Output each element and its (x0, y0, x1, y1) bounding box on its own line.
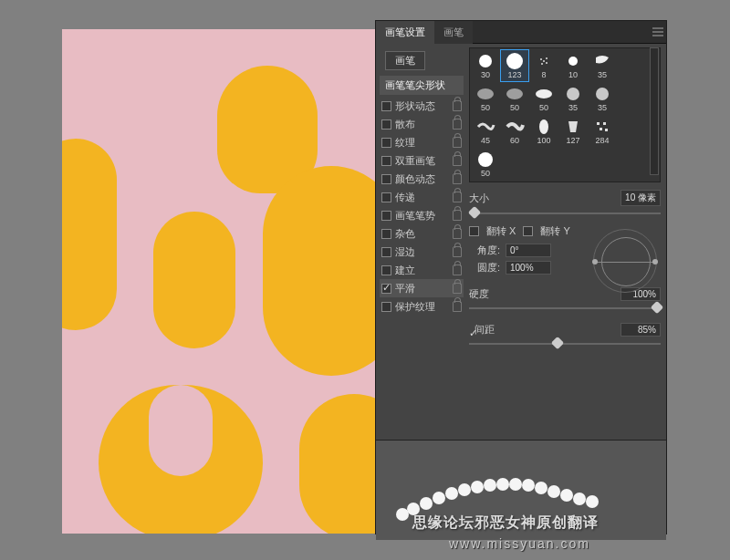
brush-option-row[interactable]: 散布 (380, 115, 464, 133)
brush-option-row[interactable]: 湿边 (380, 243, 464, 261)
preview-dot (535, 482, 548, 494)
brush-grid-scrollbar[interactable] (650, 47, 659, 175)
option-checkbox[interactable] (381, 229, 391, 239)
panel-menu-icon[interactable] (650, 24, 666, 40)
brush-option-row[interactable]: 形状动态 (380, 97, 464, 115)
option-checkbox[interactable] (381, 138, 391, 148)
brush-preset-cell[interactable]: 60 (501, 116, 528, 147)
option-checkbox[interactable] (381, 265, 391, 275)
lock-icon[interactable] (453, 210, 462, 221)
panel-tabs: 画笔设置 画笔 (376, 21, 666, 44)
angle-input[interactable]: 0° (506, 244, 551, 257)
svg-point-10 (568, 57, 578, 66)
brush-preset-grid[interactable]: 30123810355050503535456010012728450 (469, 47, 661, 182)
flip-y-checkbox[interactable] (523, 226, 533, 236)
option-checkbox[interactable] (381, 119, 391, 130)
svg-point-13 (536, 89, 552, 99)
option-checkbox[interactable] (381, 101, 391, 111)
option-checkbox[interactable] (381, 211, 391, 221)
lock-icon[interactable] (453, 192, 462, 202)
svg-point-15 (596, 88, 609, 100)
option-checkbox[interactable] (381, 284, 391, 294)
svg-rect-19 (600, 128, 602, 130)
brush-preset-cell[interactable] (618, 83, 645, 114)
flip-y-label: 翻转 Y (540, 224, 569, 238)
option-checkbox[interactable] (381, 192, 391, 202)
option-checkbox[interactable] (381, 156, 391, 166)
brush-option-row[interactable]: 纹理 (380, 133, 464, 151)
watermark-text: 思缘论坛邪恶女神原创翻译 (412, 513, 599, 533)
lock-icon[interactable] (453, 137, 462, 148)
flip-x-label: 翻转 X (486, 224, 516, 238)
svg-rect-17 (597, 122, 600, 125)
brush-option-row[interactable]: 双重画笔 (380, 151, 464, 170)
brush-preset-cell[interactable]: 127 (559, 116, 587, 147)
brush-option-row[interactable]: 颜色动态 (380, 170, 464, 188)
tab-brush[interactable]: 画笔 (434, 21, 473, 44)
roundness-label: 圆度: (469, 261, 500, 275)
option-label: 颜色动态 (395, 172, 451, 186)
preview-dot (560, 489, 573, 502)
brush-preset-cell[interactable]: 8 (530, 50, 558, 81)
spacing-input[interactable]: 85% (620, 323, 661, 337)
brush-presets-button[interactable]: 画笔 (385, 51, 425, 70)
preview-dot (522, 479, 535, 492)
spacing-slider[interactable] (469, 338, 661, 349)
lock-icon[interactable] (453, 283, 462, 294)
brush-option-row[interactable]: 杂色 (380, 224, 464, 243)
brush-preset-cell[interactable]: 123 (501, 50, 528, 81)
lock-icon[interactable] (453, 173, 462, 184)
hardness-slider[interactable] (469, 303, 661, 314)
option-checkbox[interactable] (381, 302, 391, 312)
brush-option-row[interactable]: 画笔笔势 (380, 206, 464, 224)
svg-rect-20 (605, 129, 608, 131)
option-checkbox[interactable] (381, 247, 391, 257)
option-checkbox[interactable] (381, 174, 391, 184)
flip-x-checkbox[interactable] (469, 226, 479, 236)
svg-point-21 (478, 152, 493, 167)
lock-icon[interactable] (453, 228, 462, 239)
brush-option-row[interactable]: 建立 (380, 261, 464, 279)
lock-icon[interactable] (453, 246, 462, 257)
brush-preset-cell[interactable] (530, 149, 558, 180)
canvas-area[interactable] (62, 29, 375, 534)
brush-preset-cell[interactable] (589, 149, 616, 180)
brush-preset-cell[interactable] (618, 50, 645, 81)
brush-preset-cell[interactable]: 45 (472, 116, 499, 147)
brush-preset-cell[interactable]: 30 (472, 50, 499, 81)
brush-preset-cell[interactable] (618, 149, 645, 180)
brush-preset-cell[interactable]: 50 (530, 83, 558, 114)
lock-icon[interactable] (453, 100, 462, 111)
brush-preset-cell[interactable]: 100 (530, 116, 558, 147)
brush-preset-cell[interactable]: 35 (589, 83, 616, 114)
size-slider[interactable] (469, 208, 661, 219)
lock-icon[interactable] (453, 264, 462, 275)
tab-brush-settings[interactable]: 画笔设置 (376, 21, 434, 44)
preview-dot (573, 493, 586, 505)
brush-preset-cell[interactable] (618, 116, 645, 147)
size-label: 大小 (469, 192, 620, 205)
brush-preset-cell[interactable]: 284 (589, 116, 616, 147)
size-input[interactable]: 10 像素 (620, 190, 661, 206)
brush-preset-cell[interactable]: 50 (472, 83, 499, 114)
brush-tip-shape-row[interactable]: 画笔笔尖形状 (380, 76, 464, 95)
lock-icon[interactable] (453, 301, 462, 312)
brush-preset-cell[interactable]: 35 (559, 83, 587, 114)
brush-preset-cell[interactable] (501, 149, 528, 180)
preview-dot (458, 483, 471, 496)
lock-icon[interactable] (453, 155, 462, 166)
brush-option-row[interactable]: 平滑 (380, 279, 464, 297)
angle-control[interactable] (593, 229, 657, 293)
roundness-input[interactable]: 100% (506, 261, 551, 275)
lock-icon[interactable] (453, 119, 462, 130)
brush-preset-cell[interactable]: 50 (501, 83, 528, 114)
preview-dot (548, 485, 560, 498)
svg-point-6 (546, 62, 548, 64)
brush-option-row[interactable]: 保护纹理 (380, 297, 464, 316)
brush-preset-cell[interactable]: 10 (559, 50, 587, 81)
brush-preset-cell[interactable] (559, 149, 587, 180)
brush-option-row[interactable]: 传递 (380, 188, 464, 206)
angle-label: 角度: (469, 244, 500, 257)
brush-preset-cell[interactable]: 35 (589, 50, 616, 81)
brush-preset-cell[interactable]: 50 (472, 149, 499, 180)
